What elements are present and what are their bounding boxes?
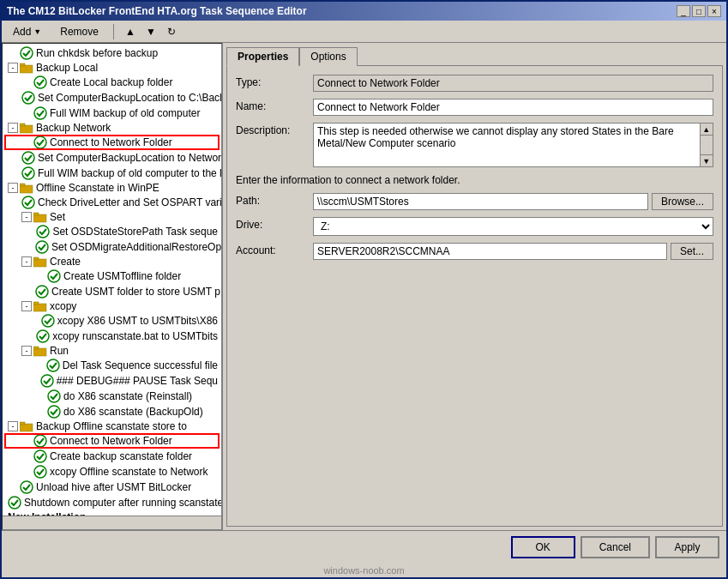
apply-button[interactable]: Apply [655,536,719,558]
tree-item-unload-hive[interactable]: Unload hive after USMT BitLocker [4,479,220,495]
tree-item-check-driveletter[interactable]: Check DriveLetter and Set OSPART vari [4,195,220,210]
svg-point-38 [9,497,21,509]
tab-properties[interactable]: Properties [226,47,299,66]
svg-point-30 [48,390,60,402]
svg-point-29 [41,375,53,387]
account-row: Account: Set... [236,243,713,260]
scroll-up-icon[interactable]: ▲ [701,124,713,136]
path-label: Path: [236,193,313,207]
name-value-container [313,99,713,116]
path-value-container: Browse... [313,193,713,210]
tree-label-debug-pause: ### DEBUG### PAUSE Task Sequ [57,375,218,387]
tree-label-create-backup-scan: Create backup scanstate folder [50,450,192,462]
tree-label-check-driveletter: Check DriveLetter and Set OSPART vari [38,196,221,208]
tree-item-shutdown[interactable]: Shutdown computer after running scanstat… [4,495,220,510]
tree-container[interactable]: Run chkdsk before backup-Backup LocalCre… [3,44,221,516]
set-button[interactable]: Set... [671,243,713,260]
tree-item-backup-offline[interactable]: -Backup Offline scanstate store to [4,419,220,433]
tree-item-create-backup-scan[interactable]: Create backup scanstate folder [4,449,220,464]
tree-item-connect-network-1[interactable]: Connect to Network Folder [4,135,220,150]
tree-item-backup-local[interactable]: -Backup Local [4,61,220,75]
description-textarea[interactable]: This step is needed otherwise we cannot … [313,123,701,167]
tree-item-debug-pause[interactable]: ### DEBUG### PAUSE Task Sequ [4,373,220,389]
tree-item-connect-network-2[interactable]: Connect to Network Folder [4,433,220,449]
expand-icon-backup-local[interactable]: - [8,63,18,73]
browse-button[interactable]: Browse... [652,193,713,210]
tab-options[interactable]: Options [299,47,357,66]
remove-button[interactable]: Remove [52,23,106,40]
tree-label-xcopy-run: xcopy runscanstate.bat to USMTbits [52,330,218,342]
tree-item-set-osdstate[interactable]: Set OSDStateStorePath Task seque [4,224,220,239]
scroll-down-icon[interactable]: ▼ [701,154,713,166]
tree-item-set-group[interactable]: -Set [4,210,220,224]
tree-label-full-wim-2: Full WIM backup of old computer to the l [38,167,221,179]
tree-item-backup-network[interactable]: -Backup Network [4,121,220,135]
type-row: Type: [236,75,713,92]
check-icon-create-local [33,75,47,89]
description-scrollbar[interactable]: ▲ ▼ [701,123,713,167]
close-button[interactable]: × [707,5,721,17]
svg-rect-22 [33,304,46,311]
expand-icon-run-group[interactable]: - [21,346,32,356]
svg-rect-6 [20,125,33,133]
svg-point-31 [48,406,60,418]
description-row: Description: This step is needed otherwi… [236,123,713,167]
toolbar-icon-1[interactable]: ▲ [121,22,140,41]
expand-icon-offline-scanstate[interactable]: - [8,183,18,193]
check-icon-xcopy-run [36,329,50,343]
tree-label-set-osdstate: Set OSDStateStorePath Task seque [52,226,218,238]
horizontal-scrollbar[interactable] [3,516,221,529]
expand-icon-backup-offline[interactable]: - [8,421,18,431]
maximize-button[interactable]: □ [692,5,706,17]
tree-item-run-chkdsk[interactable]: Run chkdsk before backup [4,45,220,61]
tree-item-del-task[interactable]: Del Task Sequence successful file [4,358,220,373]
tree-item-create-usmt-folder[interactable]: Create USMT folder to store USMT p [4,284,220,299]
expand-icon-backup-network[interactable]: - [8,123,18,133]
tree-item-create-local[interactable]: Create Local backup folder [4,75,220,90]
svg-rect-26 [33,348,46,356]
tree-label-create-usmtoffline: Create USMToffline folder [63,270,181,282]
tree-item-full-wim-2[interactable]: Full WIM backup of old computer to the l [4,166,220,181]
tree-item-xcopy-group[interactable]: -xcopy [4,299,220,313]
tree-item-create-usmtoffline[interactable]: Create USMToffline folder [4,268,220,284]
ok-button[interactable]: OK [511,536,575,558]
check-icon-full-wim [33,106,47,120]
tree-item-create-group[interactable]: -Create [4,255,220,268]
name-input[interactable] [313,99,713,116]
minimize-button[interactable]: _ [677,5,690,17]
tree-item-do-x86-backupold[interactable]: do X86 scanstate (BackupOld) [4,404,220,419]
folder-icon-offline-scanstate [20,182,33,194]
drive-select[interactable]: Z: [313,217,713,236]
tree-item-xcopy-offline[interactable]: xcopy Offline scanstate to Network [4,464,220,479]
account-input[interactable] [313,243,667,260]
tree-item-run-group[interactable]: -Run [4,344,220,358]
tree-item-set-osdmigrate[interactable]: Set OSDMigrateAdditionalRestoreOp [4,239,220,255]
add-button[interactable]: Add ▼ [5,23,49,40]
svg-point-34 [34,435,46,447]
tree-item-full-wim[interactable]: Full WIM backup of old computer [4,106,220,121]
expand-icon-xcopy-group[interactable]: - [21,301,32,311]
tree-item-xcopy-x86[interactable]: xcopy X86 USMT to USMTbits\X86 [4,313,220,329]
type-value-container [313,75,713,92]
toolbar-icon-3[interactable]: ↻ [162,22,181,41]
bottom-bar: OK Cancel Apply [2,530,726,564]
folder-icon-set-group [33,211,47,223]
tree-item-xcopy-run[interactable]: xcopy runscanstate.bat to USMTbits [4,329,220,344]
tree-item-set-computer-2[interactable]: Set ComputerBackupLocation to Networ [4,150,220,166]
check-icon-full-wim-2 [21,166,35,180]
expand-icon-create-group[interactable]: - [21,256,32,267]
tree-item-do-x86-reinstall[interactable]: do X86 scanstate (Reinstall) [4,389,220,404]
svg-point-21 [36,286,48,298]
drive-value-container: Z: [313,217,713,236]
cancel-button[interactable]: Cancel [581,536,650,558]
svg-point-16 [37,226,49,238]
toolbar-icon-2[interactable]: ▼ [141,22,160,41]
path-input-group: Browse... [313,193,713,210]
svg-point-9 [22,152,34,164]
tree-label-do-x86-reinstall: do X86 scanstate (Reinstall) [63,390,192,402]
tree-item-offline-scanstate[interactable]: -Offline Scanstate in WinPE [4,181,220,195]
tree-item-set-computer[interactable]: Set ComputerBackupLocation to C:\Bacl [4,90,220,106]
expand-icon-set-group[interactable]: - [21,212,32,222]
window-title: The CM12 BitLocker FrontEnd HTA.org Task… [7,5,307,17]
path-input[interactable] [313,193,648,210]
